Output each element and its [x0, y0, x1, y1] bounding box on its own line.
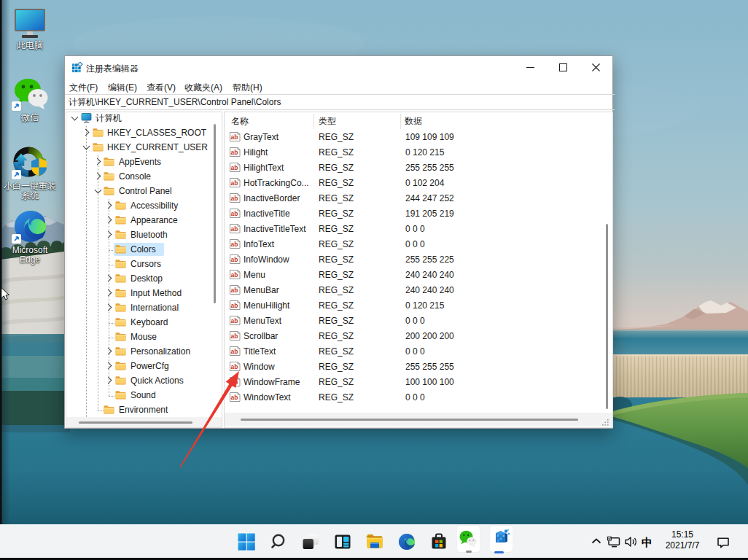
- svg-text:ab: ab: [231, 348, 238, 355]
- svg-text:ab: ab: [231, 287, 238, 294]
- svg-text:ab: ab: [231, 164, 238, 171]
- svg-text:ab: ab: [231, 317, 238, 324]
- svg-text:ab: ab: [231, 149, 238, 156]
- svg-text:ab: ab: [231, 179, 238, 187]
- svg-text:ab: ab: [231, 302, 238, 309]
- svg-text:ab: ab: [231, 133, 238, 141]
- svg-text:ab: ab: [231, 195, 238, 202]
- svg-text:ab: ab: [231, 256, 238, 263]
- svg-text:ab: ab: [231, 241, 238, 248]
- svg-text:ab: ab: [231, 225, 238, 233]
- svg-text:ab: ab: [231, 332, 238, 340]
- svg-text:ab: ab: [231, 271, 238, 279]
- svg-text:ab: ab: [231, 210, 238, 217]
